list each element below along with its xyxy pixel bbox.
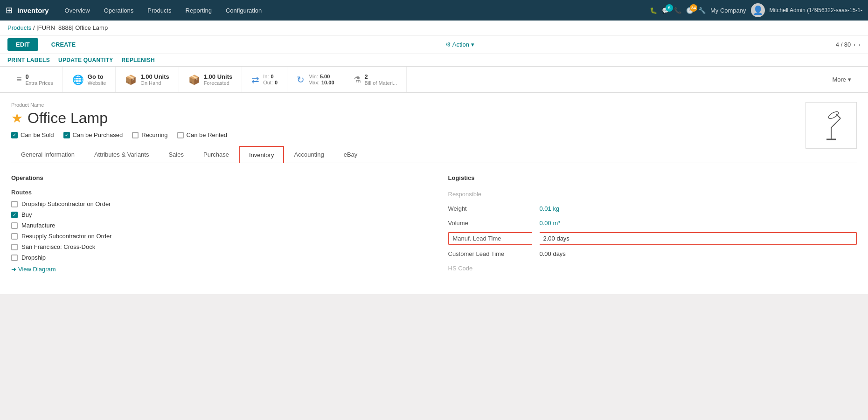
can-be-purchased-checkbox[interactable]: [63, 132, 70, 138]
replenish-button[interactable]: REPLENISH: [122, 57, 155, 63]
can-be-sold-checkbox[interactable]: [11, 132, 18, 138]
svg-line-1: [831, 118, 840, 128]
product-header: Product Name ★ Office Lamp Can be Sold C…: [11, 102, 857, 138]
nav-overview[interactable]: Overview: [58, 4, 97, 17]
print-labels-button[interactable]: PRINT LABELS: [7, 57, 50, 63]
tab-attributes-variants[interactable]: Attributes & Variants: [84, 146, 159, 163]
routes-label: Routes: [11, 189, 420, 196]
topnav-right: 🐛 💬 5 📞 🕐 34 🔧 My Company 👤 Mitchell Adm…: [650, 3, 862, 17]
breadcrumb-parent[interactable]: Products: [7, 24, 31, 31]
notifications-icon[interactable]: 💬 5: [662, 7, 669, 14]
responsible-label: Responsible: [448, 189, 532, 200]
prev-page-icon[interactable]: ‹: [854, 41, 855, 48]
page-navigation: 4 / 80 ‹ ›: [836, 41, 861, 48]
stats-bar: ≡ 0 Extra Prices 🌐 Go to Website 📦 1.00 …: [0, 67, 868, 93]
stat-forecasted[interactable]: 📦 1.00 Units Forecasted: [179, 67, 242, 92]
route-resupply-sub-checkbox[interactable]: [11, 233, 18, 240]
route-dropship[interactable]: Dropship: [11, 254, 420, 261]
route-dropship-subcontractor[interactable]: Dropship Subcontractor on Order: [11, 200, 420, 207]
svg-point-3: [827, 110, 840, 120]
extra-prices-value: 0: [26, 73, 53, 80]
route-dropship-checkbox[interactable]: [11, 255, 18, 261]
app-brand[interactable]: Inventory: [17, 7, 49, 14]
action-chevron-icon: ▾: [471, 41, 474, 48]
max-value: 10.00: [321, 80, 334, 85]
stat-website[interactable]: 🌐 Go to Website: [63, 67, 116, 92]
tab-ebay[interactable]: eBay: [334, 146, 368, 163]
edit-button[interactable]: EDIT: [7, 38, 38, 51]
route-manufacture-label: Manufacture: [21, 222, 55, 229]
breadcrumb: Products / [FURN_8888] Office Lamp: [0, 21, 868, 35]
tab-accounting[interactable]: Accounting: [284, 146, 333, 163]
transfer-icon: ⇄: [251, 74, 259, 85]
tab-purchase[interactable]: Purchase: [194, 146, 239, 163]
product-name-row: ★ Office Lamp: [11, 110, 857, 127]
checkbox-can-be-purchased[interactable]: Can be Purchased: [63, 131, 123, 138]
manuf-lead-value: 2.00 days: [540, 232, 857, 245]
hs-code-label: HS Code: [448, 263, 532, 274]
checkbox-can-be-rented[interactable]: Can be Rented: [177, 131, 227, 138]
globe-icon: 🌐: [72, 74, 84, 85]
route-resupply-sub-label: Resupply Subcontractor on Order: [21, 233, 112, 240]
stat-on-hand[interactable]: 📦 1.00 Units On Hand: [116, 67, 179, 92]
route-manufacture-checkbox[interactable]: [11, 222, 18, 229]
nav-reporting[interactable]: Reporting: [179, 4, 218, 17]
onhand-label: On Hand: [140, 80, 169, 86]
max-row: Max:10.00: [308, 80, 334, 85]
can-be-sold-label: Can be Sold: [21, 131, 54, 138]
route-dropship-sub-checkbox[interactable]: [11, 201, 18, 207]
route-manufacture[interactable]: Manufacture: [11, 222, 420, 229]
recurring-checkbox[interactable]: [132, 132, 139, 138]
bom-label: Bill of Materi...: [365, 80, 397, 86]
view-diagram-label: View Diagram: [18, 266, 56, 273]
stat-extra-prices[interactable]: ≡ 0 Extra Prices: [7, 67, 63, 92]
view-diagram-link[interactable]: ➜ View Diagram: [11, 266, 420, 273]
tabs-row: General Information Attributes & Variant…: [11, 146, 857, 163]
recurring-label: Recurring: [141, 131, 167, 138]
next-page-icon[interactable]: ›: [859, 41, 861, 48]
update-quantity-button[interactable]: UPDATE QUANTITY: [58, 57, 113, 63]
tab-inventory[interactable]: Inventory: [239, 146, 284, 163]
grid-icon[interactable]: ⊞: [6, 5, 13, 15]
customer-lead-value: 0.00 days: [540, 248, 857, 259]
route-sf-cross-checkbox[interactable]: [11, 244, 18, 250]
stat-in-out[interactable]: ⇄ In:0 Out:0: [242, 67, 287, 92]
logistics-section: Logistics Responsible Weight 0.01 kg Vol…: [448, 174, 857, 274]
customer-lead-label: Customer Lead Time: [448, 248, 532, 259]
route-buy[interactable]: Buy: [11, 211, 420, 218]
stat-bom[interactable]: ⚗ 2 Bill of Materi...: [344, 67, 407, 92]
stat-more[interactable]: More ▾: [823, 69, 861, 90]
forecasted-icon: 📦: [188, 74, 200, 85]
avatar[interactable]: 👤: [751, 3, 765, 17]
checkbox-can-be-sold[interactable]: Can be Sold: [11, 131, 54, 138]
checkbox-recurring[interactable]: Recurring: [132, 131, 167, 138]
tab-general-information[interactable]: General Information: [11, 146, 84, 163]
replenish-icon: ↻: [297, 74, 305, 85]
tab-sales[interactable]: Sales: [159, 146, 194, 163]
can-be-rented-checkbox[interactable]: [177, 132, 184, 138]
action-dropdown[interactable]: ⚙ Action ▾: [445, 41, 474, 48]
nav-operations[interactable]: Operations: [97, 4, 140, 17]
create-button[interactable]: CREATE: [43, 38, 84, 51]
clock-icon[interactable]: 🕐 34: [686, 7, 694, 14]
nav-configuration[interactable]: Configuration: [219, 4, 268, 17]
more-label: More: [832, 76, 846, 83]
lamp-svg: [815, 109, 847, 142]
route-resupply-subcontractor[interactable]: Resupply Subcontractor on Order: [11, 233, 420, 240]
product-star[interactable]: ★: [11, 110, 23, 126]
bom-value: 2: [365, 73, 397, 80]
onhand-value: 1.00 Units: [140, 73, 169, 80]
bom-icon: ⚗: [354, 75, 361, 85]
route-sf-cross-dock[interactable]: San Francisco: Cross-Dock: [11, 243, 420, 250]
nav-products[interactable]: Products: [141, 4, 178, 17]
bug-icon[interactable]: 🐛: [650, 7, 657, 14]
settings-icon[interactable]: 🔧: [698, 7, 706, 14]
phone-icon[interactable]: 📞: [674, 7, 681, 14]
operations-section: Operations Routes Dropship Subcontractor…: [11, 174, 420, 274]
stat-min-max[interactable]: ↻ Min:5.00 Max:10.00: [287, 67, 344, 92]
route-buy-checkbox[interactable]: [11, 212, 18, 218]
user-name[interactable]: Mitchell Admin (14956322-saas-15-1-: [770, 7, 862, 14]
top-menu: Overview Operations Products Reporting C…: [58, 4, 650, 17]
company-name[interactable]: My Company: [710, 7, 746, 14]
out-row: Out:0: [263, 80, 278, 85]
